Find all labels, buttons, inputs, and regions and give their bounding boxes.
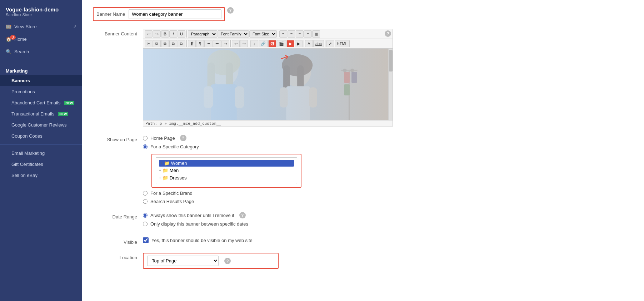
html-button[interactable]: HTML: [335, 40, 350, 47]
radio-search-results-label[interactable]: Search Results Page: [150, 199, 194, 204]
media-button[interactable]: 🎬: [277, 40, 286, 47]
play-button[interactable]: ▶: [295, 40, 303, 47]
dresses-expand-icon: +: [159, 176, 161, 180]
date-specific-dates: Only display this banner between specifi…: [143, 221, 633, 227]
blockquote-button[interactable]: ❡: [188, 40, 196, 47]
banner-name-help-icon[interactable]: ?: [227, 7, 234, 14]
visible-field: Yes, this banner should be visible on my…: [143, 237, 633, 243]
sidebar-item-sell-on-ebay[interactable]: Sell on eBay: [0, 170, 82, 181]
fullscreen-button[interactable]: ⤢: [326, 40, 334, 47]
sidebar-item-coupon-codes[interactable]: Coupon Codes: [0, 130, 82, 142]
radio-specific-brand-input[interactable]: [143, 191, 148, 196]
home-page-help-icon[interactable]: ?: [180, 135, 186, 141]
location-help-icon[interactable]: ?: [224, 258, 231, 264]
anchor-button[interactable]: ↓: [250, 40, 258, 47]
youtube-button[interactable]: ▶: [286, 40, 294, 47]
toolbar-divider-3: [186, 40, 187, 47]
paste-word-button[interactable]: ⧉: [178, 40, 185, 47]
font-color-button[interactable]: A: [305, 40, 313, 47]
sidebar-item-view-store[interactable]: 🏬 View Store ↗: [0, 20, 82, 33]
editor-help-icon[interactable]: ?: [385, 30, 391, 37]
unordered-list-button[interactable]: ≔: [204, 40, 213, 47]
paste-text-button[interactable]: ⧉: [169, 40, 177, 47]
paste-button[interactable]: ⧉: [161, 40, 169, 47]
align-left-button[interactable]: ≡: [279, 30, 287, 38]
banner-name-field-label: Banner Name: [96, 11, 125, 17]
main-content: Banner Name ? Banner Content ↩ ↪ B I U P…: [82, 0, 644, 301]
radio-home-page-label[interactable]: Home Page: [150, 135, 175, 141]
sidebar-item-banners[interactable]: Banners: [0, 75, 82, 86]
radio-specific-dates-label[interactable]: Only display this banner between specifi…: [150, 221, 248, 227]
ordered-list-button[interactable]: ≔: [213, 40, 221, 47]
tree-item-men[interactable]: + 📁 Men: [159, 167, 294, 174]
radio-specific-dates-input[interactable]: [143, 222, 148, 226]
image-button[interactable]: 🖼: [268, 40, 276, 47]
link-button[interactable]: 🔗: [259, 40, 268, 47]
copy-button[interactable]: ⧉: [153, 40, 161, 47]
radio-search-results: Search Results Page: [143, 199, 633, 204]
radio-specific-brand-label[interactable]: For a Specific Brand: [150, 191, 193, 196]
editor-scrollbar[interactable]: [388, 49, 393, 120]
sidebar-item-search[interactable]: 🔍 Search: [0, 45, 82, 58]
underline-button[interactable]: U: [178, 30, 185, 38]
visible-checkbox[interactable]: [143, 237, 149, 243]
align-justify-button[interactable]: ≡: [304, 30, 312, 38]
font-family-select[interactable]: Font Family: [218, 30, 249, 38]
tree-item-dresses[interactable]: + 📁 Dresses: [159, 174, 294, 182]
font-size-select[interactable]: Font Size: [249, 30, 277, 38]
paragraph-select[interactable]: Paragraph: [188, 30, 217, 38]
svg-rect-4: [226, 62, 233, 95]
editor-scrollbar-thumb[interactable]: [389, 50, 393, 71]
radio-always-show-label[interactable]: Always show this banner until I remove i…: [150, 213, 234, 218]
search-icon: 🔍: [6, 49, 11, 54]
tree-item-women[interactable]: + 📁 Women: [159, 160, 294, 167]
radio-specific-category-input[interactable]: [143, 144, 148, 149]
sidebar-item-abandoned-cart[interactable]: Abandoned Cart Emails NEW: [0, 97, 82, 108]
svg-rect-11: [297, 65, 304, 93]
italic-button[interactable]: I: [169, 30, 177, 38]
radio-home-page-input[interactable]: [143, 136, 148, 140]
show-on-page-radio-group: Home Page ? For a Specific Category + 📁: [143, 135, 633, 204]
svg-rect-20: [351, 72, 357, 83]
sidebar: Vogue-fashion-demo Sandbox Store 🏬 View …: [0, 0, 82, 301]
radio-always-show-input[interactable]: [143, 213, 148, 218]
table-button[interactable]: ▦: [312, 30, 320, 38]
sidebar-item-transactional-emails[interactable]: Transactional Emails NEW: [0, 108, 82, 119]
marketing-section-header[interactable]: Marketing: [0, 64, 82, 75]
folder-icon-women: 📁: [164, 161, 170, 166]
banner-name-input[interactable]: [129, 9, 221, 19]
svg-point-8: [283, 56, 311, 87]
bold-button[interactable]: B: [161, 30, 169, 38]
redo2-button[interactable]: ↪: [240, 40, 248, 47]
women-expand-icon: +: [160, 161, 163, 165]
promotions-label: Promotions: [11, 89, 35, 94]
align-center-button[interactable]: ≡: [288, 30, 295, 38]
highlight-button[interactable]: abc: [313, 40, 324, 47]
editor-body[interactable]: ↗: [143, 49, 393, 120]
sidebar-item-email-marketing[interactable]: Email Marketing: [0, 148, 82, 159]
sidebar-item-google-reviews[interactable]: Google Customer Reviews: [0, 119, 82, 130]
indent-button[interactable]: ⇥: [221, 40, 229, 47]
undo2-button[interactable]: ↩: [232, 40, 240, 47]
show-on-page-label: Show on Page: [93, 135, 143, 142]
radio-specific-category: For a Specific Category: [143, 144, 633, 149]
align-right-button[interactable]: ≡: [296, 30, 304, 38]
editor-path-bar: Path: p » img.__mce_add_custom__: [143, 120, 393, 127]
cut-button[interactable]: ✂: [145, 40, 153, 47]
gift-certificates-label: Gift Certificates: [11, 162, 43, 167]
date-range-help-icon[interactable]: ?: [239, 212, 246, 218]
undo-button[interactable]: ↩: [145, 30, 153, 38]
location-select[interactable]: Top of Page Bottom of Page Left Side Rig…: [147, 256, 219, 266]
visible-text-label[interactable]: Yes, this banner should be visible on my…: [151, 238, 253, 243]
radio-search-results-input[interactable]: [143, 199, 148, 204]
women-label: Women: [171, 161, 187, 166]
paragraph-btn[interactable]: ¶: [196, 40, 204, 47]
category-tree-inner: + 📁 Women + 📁 Men + 📁: [156, 157, 297, 184]
sidebar-item-home[interactable]: 🏠 Home 3: [0, 33, 82, 45]
redo-button[interactable]: ↪: [153, 30, 161, 38]
sidebar-item-promotions[interactable]: Promotions: [0, 86, 82, 97]
sidebar-item-gift-certificates[interactable]: Gift Certificates: [0, 159, 82, 170]
radio-specific-category-label[interactable]: For a Specific Category: [150, 144, 199, 149]
men-label: Men: [170, 168, 179, 173]
category-tree-box: + 📁 Women + 📁 Men + 📁: [151, 154, 301, 188]
